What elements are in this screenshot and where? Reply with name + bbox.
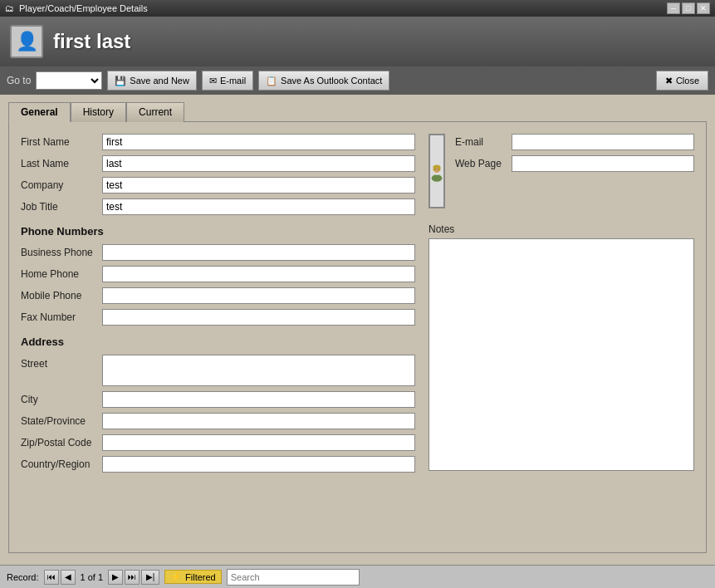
filtered-label: Filtered	[185, 572, 216, 582]
header: 👤 first last	[0, 17, 715, 66]
state-row: State/Province	[21, 413, 415, 429]
minimize-button[interactable]: ─	[667, 2, 680, 14]
svg-point-0	[432, 174, 443, 182]
save-new-icon: 💾	[115, 76, 126, 86]
tab-bar: General History Current	[8, 101, 707, 121]
goto-label: Go to	[7, 75, 31, 86]
tab-current[interactable]: Current	[126, 102, 184, 122]
tab-general[interactable]: General	[8, 102, 71, 122]
record-title: first last	[53, 30, 130, 53]
app-icon: 🗂	[5, 3, 14, 13]
window-title: Player/Coach/Employee Details	[19, 3, 148, 13]
svg-point-3	[433, 166, 435, 171]
state-input[interactable]	[102, 413, 415, 429]
home-phone-input[interactable]	[102, 266, 415, 282]
street-input[interactable]	[102, 355, 415, 386]
country-label: Country/Region	[21, 458, 95, 470]
filtered-icon: ⚡	[170, 571, 182, 582]
city-label: City	[21, 394, 95, 405]
city-input[interactable]	[102, 391, 415, 408]
header-person-icon: 👤	[10, 25, 43, 58]
fax-number-label: Fax Number	[21, 311, 95, 323]
outlook-icon: 📋	[266, 76, 277, 86]
window-close-button[interactable]: ✕	[697, 2, 710, 14]
home-phone-label: Home Phone	[21, 268, 95, 280]
email-label: E-mail	[455, 136, 505, 148]
status-bar: Record: ⏮ ◀ 1 of 1 ▶ ⏭ ▶| ⚡ Filtered	[0, 565, 715, 588]
outlook-button[interactable]: 📋 Save As Outlook Contact	[258, 71, 389, 91]
record-count: 1 of 1	[81, 572, 104, 582]
email-row: E-mail	[455, 134, 694, 150]
home-phone-row: Home Phone	[21, 266, 415, 282]
job-title-input[interactable]	[102, 198, 415, 215]
last-record-button[interactable]: ⏭	[125, 570, 140, 585]
notes-textarea[interactable]	[429, 238, 694, 471]
fax-number-row: Fax Number	[21, 309, 415, 326]
email-icon: ✉	[209, 76, 217, 86]
form-right: E-mail Web Page Notes	[429, 134, 694, 478]
svg-point-6	[438, 169, 438, 169]
filtered-badge: ⚡ Filtered	[164, 570, 222, 584]
photo-area	[429, 134, 445, 208]
company-label: Company	[21, 179, 95, 191]
last-name-label: Last Name	[21, 158, 95, 169]
person-icon: 👤	[16, 31, 38, 52]
job-title-row: Job Title	[21, 198, 415, 215]
new-record-button[interactable]: ▶|	[141, 570, 159, 585]
search-input[interactable]	[227, 569, 360, 586]
email-input[interactable]	[512, 134, 694, 150]
state-label: State/Province	[21, 415, 95, 427]
country-input[interactable]	[102, 456, 415, 473]
business-phone-row: Business Phone	[21, 244, 415, 261]
address-section-title: Address	[21, 336, 415, 348]
business-phone-input[interactable]	[102, 244, 415, 261]
webpage-input[interactable]	[512, 155, 694, 172]
main-content: General History Current First Name Last …	[0, 95, 715, 565]
street-label: Street	[21, 358, 95, 370]
last-name-input[interactable]	[102, 155, 415, 172]
first-name-input[interactable]	[102, 134, 415, 150]
save-new-button[interactable]: 💾 Save and New	[107, 71, 197, 91]
close-icon: ✖	[665, 76, 673, 86]
zip-row: Zip/Postal Code	[21, 434, 415, 451]
zip-input[interactable]	[102, 434, 415, 451]
phone-section-title: Phone Numbers	[21, 225, 415, 238]
avatar-image	[430, 138, 443, 204]
first-name-label: First Name	[21, 136, 95, 148]
goto-dropdown[interactable]	[36, 71, 102, 90]
zip-label: Zip/Postal Code	[21, 437, 95, 448]
tab-general-content: First Name Last Name Company Job Title P…	[8, 121, 707, 553]
webpage-row: Web Page	[455, 155, 694, 172]
mobile-phone-label: Mobile Phone	[21, 290, 95, 301]
business-phone-label: Business Phone	[21, 247, 95, 258]
country-row: Country/Region	[21, 456, 415, 473]
prev-record-button[interactable]: ◀	[61, 570, 76, 585]
right-contact-fields: E-mail Web Page	[455, 134, 694, 215]
svg-point-4	[438, 166, 441, 171]
next-record-button[interactable]: ▶	[108, 570, 123, 585]
first-record-button[interactable]: ⏮	[44, 570, 59, 585]
record-label: Record:	[7, 572, 39, 582]
last-name-row: Last Name	[21, 155, 415, 172]
tab-history[interactable]: History	[71, 102, 126, 122]
mobile-phone-input[interactable]	[102, 287, 415, 304]
company-input[interactable]	[102, 177, 415, 194]
mobile-phone-row: Mobile Phone	[21, 287, 415, 304]
maximize-button[interactable]: □	[682, 2, 695, 14]
title-bar: 🗂 Player/Coach/Employee Details ─ □ ✕	[0, 0, 715, 17]
first-name-row: First Name	[21, 134, 415, 150]
fax-number-input[interactable]	[102, 309, 415, 326]
email-button[interactable]: ✉ E-mail	[202, 71, 253, 91]
webpage-label: Web Page	[455, 158, 505, 169]
street-row: Street	[21, 355, 415, 386]
city-row: City	[21, 391, 415, 408]
svg-point-5	[435, 169, 436, 169]
company-row: Company	[21, 177, 415, 194]
form-left: First Name Last Name Company Job Title P…	[21, 134, 415, 478]
job-title-label: Job Title	[21, 201, 95, 213]
toolbar: Go to 💾 Save and New ✉ E-mail 📋 Save As …	[0, 66, 715, 95]
navigation-controls: ⏮ ◀ 1 of 1 ▶ ⏭ ▶|	[44, 570, 160, 585]
close-button[interactable]: ✖ Close	[656, 71, 708, 91]
notes-label: Notes	[429, 223, 694, 235]
